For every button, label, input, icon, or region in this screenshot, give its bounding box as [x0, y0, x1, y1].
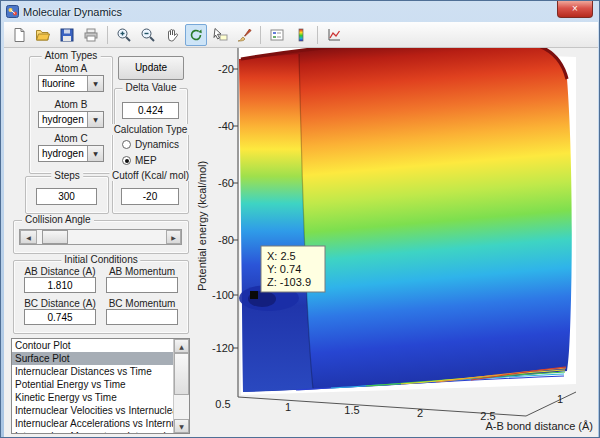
bc-distance-input[interactable] [24, 309, 96, 325]
figure-content: Atom Types Atom A fluorine ▼ Atom B hydr… [4, 48, 598, 437]
cutoff-group: Cutoff (Kcal/ mol) [112, 176, 189, 214]
open-folder-icon[interactable] [32, 24, 54, 46]
y-tick: -100 [212, 289, 234, 301]
data-tip-x: X: 2.5 [267, 250, 296, 262]
list-item[interactable]: Kinetic Energy vs Time [12, 391, 173, 404]
app-icon [6, 5, 19, 18]
y-tick: -20 [218, 63, 234, 75]
y-tick: -80 [218, 234, 234, 246]
atom-a-dropdown[interactable]: fluorine ▼ [38, 75, 104, 92]
calculation-type-group: Calculation Type Dynamics MEP [112, 130, 189, 174]
bc-distance-label: BC Distance (A) [22, 298, 98, 309]
pan-hand-icon[interactable] [161, 24, 183, 46]
scroll-up-arrow-icon[interactable]: ▲ [174, 339, 189, 353]
window-title: Molecular Dynamics [23, 6, 122, 18]
delta-value-legend: Delta Value [123, 82, 180, 93]
radio-icon[interactable] [122, 140, 131, 149]
data-cursor-icon[interactable] [209, 24, 231, 46]
scrollbar-thumb[interactable] [174, 353, 189, 395]
x-tick: 1.5 [344, 404, 359, 416]
calculation-type-legend: Calculation Type [111, 124, 191, 135]
y-tick: -60 [218, 177, 234, 189]
delta-value-input[interactable] [122, 102, 179, 119]
print-icon[interactable] [80, 24, 102, 46]
atom-types-group: Atom Types Atom A fluorine ▼ Atom B hydr… [29, 56, 113, 174]
ab-distance-input[interactable] [24, 277, 96, 293]
initial-conditions-legend: Initial Conditions [61, 254, 140, 265]
list-item[interactable]: Internuclear Accelerations vs Internucle… [12, 417, 173, 430]
rotate-3d-icon[interactable] [185, 24, 207, 46]
slider-right-arrow-icon[interactable]: ▶ [166, 230, 181, 244]
atom-c-label: Atom C [30, 133, 112, 144]
cutoff-input[interactable] [121, 188, 179, 205]
data-tip-z: Z: -103.9 [267, 276, 311, 288]
atom-b-value: hydrogen [39, 112, 87, 127]
data-tip[interactable]: X: 2.5 Y: 0.74 Z: -103.9 [261, 246, 325, 292]
list-item[interactable]: Internuclear Velocities vs Internuclear … [12, 404, 173, 417]
collision-angle-slider[interactable]: ◀ ▶ [19, 229, 182, 245]
steps-group: Steps [25, 176, 109, 214]
ab-momentum-input[interactable] [106, 277, 178, 293]
cutoff-legend: Cutoff (Kcal/ mol) [109, 170, 192, 181]
x-tick-labels: 0.5 1 1.5 2 2.5 1 [215, 393, 563, 422]
radio-icon[interactable] [122, 156, 131, 165]
figure-toolbar [4, 22, 598, 48]
plot-tools-icon[interactable] [323, 24, 345, 46]
dropdown-arrow-icon[interactable]: ▼ [87, 112, 103, 127]
collision-angle-group: Collision Angle ◀ ▶ [13, 220, 189, 254]
x-tick: 1 [285, 401, 291, 413]
y-axis-title: Potential energy (kcal/mol) [196, 161, 208, 291]
mep-radio[interactable]: MEP [122, 155, 157, 166]
slider-left-arrow-icon[interactable]: ◀ [20, 230, 37, 244]
toolbar-separator [107, 26, 108, 44]
insert-colorbar-icon[interactable] [290, 24, 312, 46]
atom-a-label: Atom A [30, 63, 112, 74]
list-item[interactable]: Internuclear Distances vs Time [12, 365, 173, 378]
x-axis-title: A-B bond distance (Å) [485, 420, 593, 432]
atom-c-dropdown[interactable]: hydrogen ▼ [38, 145, 104, 162]
new-file-icon[interactable] [8, 24, 30, 46]
atom-a-value: fluorine [39, 76, 87, 91]
zoom-out-icon[interactable] [137, 24, 159, 46]
x-tick: 2 [417, 407, 423, 419]
x-tick: 0.5 [215, 398, 230, 410]
close-button[interactable]: × [557, 1, 593, 18]
atom-types-legend: Atom Types [42, 50, 101, 61]
title-bar[interactable]: Molecular Dynamics × [1, 1, 599, 22]
toolbar-separator [260, 26, 261, 44]
surface-plot-canvas[interactable]: -20 -40 -60 -80 -100 -120 0.5 1 1.5 2 2.… [190, 48, 598, 437]
dynamics-radio-label: Dynamics [135, 139, 179, 150]
update-button[interactable]: Update [118, 56, 184, 80]
dropdown-arrow-icon[interactable]: ▼ [87, 76, 103, 91]
listbox-scrollbar[interactable]: ▲ ▼ [173, 339, 189, 433]
insert-legend-icon[interactable] [266, 24, 288, 46]
list-item[interactable]: Potential Energy vs Time [12, 378, 173, 391]
scroll-down-arrow-icon[interactable]: ▼ [174, 419, 189, 433]
data-tip-y: Y: 0.74 [267, 263, 301, 275]
zoom-in-icon[interactable] [113, 24, 135, 46]
list-item[interactable]: Surface Plot [12, 352, 173, 365]
save-icon[interactable] [56, 24, 78, 46]
dynamics-radio[interactable]: Dynamics [122, 139, 179, 150]
slider-thumb[interactable] [42, 230, 68, 244]
steps-legend: Steps [51, 170, 83, 181]
list-item[interactable]: Internuclear Moments vs Internuclear Dis… [12, 430, 173, 433]
y-tick: -120 [212, 342, 234, 354]
bc-momentum-label: BC Momentum [104, 298, 180, 309]
app-window: Molecular Dynamics × [0, 0, 600, 438]
y-tick-labels: -20 -40 -60 -80 -100 -120 [212, 63, 234, 354]
atom-b-dropdown[interactable]: hydrogen ▼ [38, 111, 104, 128]
depth-tick: 1 [557, 393, 563, 405]
data-cursor-marker[interactable] [250, 291, 258, 299]
list-item[interactable]: Contour Plot [12, 339, 173, 352]
mep-radio-label: MEP [135, 155, 157, 166]
steps-input[interactable] [36, 188, 97, 205]
dropdown-arrow-icon[interactable]: ▼ [87, 146, 103, 161]
ab-momentum-label: AB Momentum [104, 266, 180, 277]
brush-icon[interactable] [233, 24, 255, 46]
y-axis-ticks [233, 69, 238, 348]
collision-angle-legend: Collision Angle [22, 214, 94, 225]
plot-type-listbox[interactable]: Contour PlotSurface PlotInternuclear Dis… [11, 338, 190, 434]
bc-momentum-input[interactable] [106, 309, 178, 325]
plot-type-list[interactable]: Contour PlotSurface PlotInternuclear Dis… [12, 339, 173, 433]
